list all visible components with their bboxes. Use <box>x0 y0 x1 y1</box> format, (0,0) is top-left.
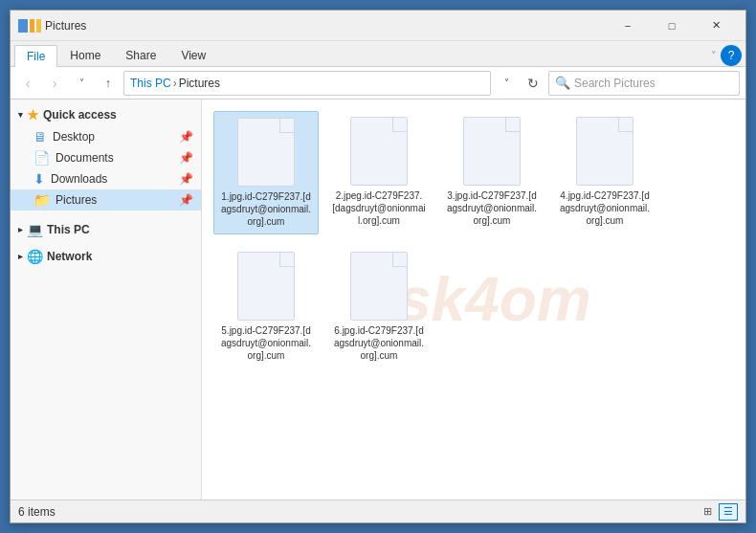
breadcrumb-sep-1: › <box>173 77 177 90</box>
file-icon-3 <box>463 117 521 186</box>
file-name-6: 6.jpg.id-C279F237.[dagsdruyt@onionmail.o… <box>332 324 426 362</box>
network-chevron: ▸ <box>18 252 23 261</box>
sidebar-item-downloads[interactable]: ⬇ Downloads 📌 <box>11 168 201 189</box>
list-item[interactable]: 6.jpg.id-C279F237.[dagsdruyt@onionmail.o… <box>326 246 432 367</box>
explorer-window: Pictures − □ ✕ File Home Share View ˅ ? … <box>10 10 746 523</box>
file-name-4: 4.jpg.id-C279F237.[dagsdruyt@onionmail.o… <box>558 189 652 227</box>
breadcrumb-bar: This PC › Pictures <box>123 71 491 96</box>
documents-pin-icon: 📌 <box>179 151 193 165</box>
up-button[interactable]: ↑ <box>97 72 120 95</box>
sidebar-downloads-label: Downloads <box>51 172 107 186</box>
large-icons-view-button[interactable]: ⊞ <box>698 503 717 521</box>
this-pc-chevron: ▸ <box>18 225 23 234</box>
this-pc-icon: 💻 <box>27 222 43 237</box>
pictures-pin-icon: 📌 <box>179 193 193 207</box>
list-item[interactable]: 4.jpg.id-C279F237.[dagsdruyt@onionmail.o… <box>552 111 657 234</box>
item-count: 6 items <box>18 505 56 519</box>
quick-access-label: Quick access <box>43 108 117 122</box>
maximize-button[interactable]: □ <box>650 11 694 41</box>
main-area: ▾ ★ Quick access 🖥 Desktop 📌 📄 Documents… <box>11 100 745 500</box>
sidebar-desktop-label: Desktop <box>53 130 95 144</box>
details-view-button[interactable]: ☰ <box>719 503 738 521</box>
tab-home[interactable]: Home <box>57 44 113 66</box>
file-name-1: 1.jpg.id-C279F237.[dagsdruyt@onionmail.o… <box>220 190 312 228</box>
forward-button[interactable]: › <box>43 72 66 95</box>
ribbon-expand-icon[interactable]: ˅ <box>711 50 717 62</box>
window-title: Pictures <box>45 19 606 33</box>
list-item[interactable]: 2.jpeg.id-C279F237.[dagsdruyt@onionmail.… <box>326 111 432 234</box>
ribbon: File Home Share View ˅ ? <box>11 41 745 67</box>
downloads-icon: ⬇ <box>33 171 45 187</box>
view-controls: ⊞ ☰ <box>698 503 738 521</box>
file-area: risk4om 1.jpg.id-C279F237.[dagsdruyt@oni… <box>202 100 745 500</box>
network-label: Network <box>47 250 92 263</box>
window-controls: − □ ✕ <box>606 11 738 41</box>
quick-access-star-icon: ★ <box>27 107 39 122</box>
file-icon-5 <box>237 252 295 321</box>
file-name-5: 5.jpg.id-C279F237.[dagsdruyt@onionmail.o… <box>219 324 313 362</box>
ribbon-tabs: File Home Share View ˅ ? <box>11 41 745 66</box>
tab-file[interactable]: File <box>14 45 57 67</box>
sidebar-pictures-label: Pictures <box>56 193 97 207</box>
quick-access-header[interactable]: ▾ ★ Quick access <box>11 103 201 126</box>
file-icon-6 <box>350 252 408 321</box>
file-name-2: 2.jpeg.id-C279F237.[dagsdruyt@onionmail.… <box>332 189 426 227</box>
file-icon-4 <box>576 117 634 186</box>
list-item[interactable]: 5.jpg.id-C279F237.[dagsdruyt@onionmail.o… <box>213 246 319 367</box>
file-name-3: 3.jpg.id-C279F237.[dagsdruyt@onionmail.o… <box>445 189 539 227</box>
quick-access-chevron: ▾ <box>18 110 23 120</box>
network-icon: 🌐 <box>27 249 43 264</box>
list-item[interactable]: 1.jpg.id-C279F237.[dagsdruyt@onionmail.o… <box>213 111 319 234</box>
address-dropdown-button[interactable]: ˅ <box>495 72 518 95</box>
file-icon-1 <box>237 118 295 187</box>
search-icon: 🔍 <box>555 76 570 90</box>
search-bar: 🔍 <box>548 71 740 96</box>
sidebar-item-documents[interactable]: 📄 Documents 📌 <box>11 147 201 168</box>
network-header[interactable]: ▸ 🌐 Network <box>11 245 201 268</box>
close-button[interactable]: ✕ <box>694 11 738 41</box>
documents-icon: 📄 <box>33 150 50 166</box>
desktop-icon: 🖥 <box>33 129 47 144</box>
address-bar: ‹ › ˅ ↑ This PC › Pictures ˅ ↻ 🔍 <box>11 67 745 100</box>
sidebar-item-pictures[interactable]: 📁 Pictures 📌 <box>11 189 201 211</box>
tab-share[interactable]: Share <box>113 44 168 66</box>
help-button[interactable]: ? <box>721 45 742 66</box>
search-input[interactable] <box>574 77 733 90</box>
recent-locations-button[interactable]: ˅ <box>70 72 93 95</box>
downloads-pin-icon: 📌 <box>179 172 193 186</box>
back-button[interactable]: ‹ <box>16 72 39 95</box>
sidebar: ▾ ★ Quick access 🖥 Desktop 📌 📄 Documents… <box>11 100 202 500</box>
breadcrumb-pictures: Pictures <box>179 77 220 90</box>
status-bar: 6 items ⊞ ☰ <box>11 500 745 522</box>
file-icon-2 <box>350 117 408 186</box>
window-icon <box>18 18 37 33</box>
this-pc-label: This PC <box>47 223 90 236</box>
sidebar-documents-label: Documents <box>56 151 114 165</box>
minimize-button[interactable]: − <box>606 11 650 41</box>
list-item[interactable]: 3.jpg.id-C279F237.[dagsdruyt@onionmail.o… <box>439 111 545 234</box>
title-bar: Pictures − □ ✕ <box>11 11 745 41</box>
tab-view[interactable]: View <box>168 44 218 66</box>
sidebar-item-desktop[interactable]: 🖥 Desktop 📌 <box>11 126 201 147</box>
this-pc-header[interactable]: ▸ 💻 This PC <box>11 218 201 241</box>
breadcrumb-this-pc[interactable]: This PC <box>130 77 171 90</box>
refresh-button[interactable]: ↻ <box>522 72 545 95</box>
desktop-pin-icon: 📌 <box>179 130 193 144</box>
pictures-folder-icon: 📁 <box>33 192 50 208</box>
